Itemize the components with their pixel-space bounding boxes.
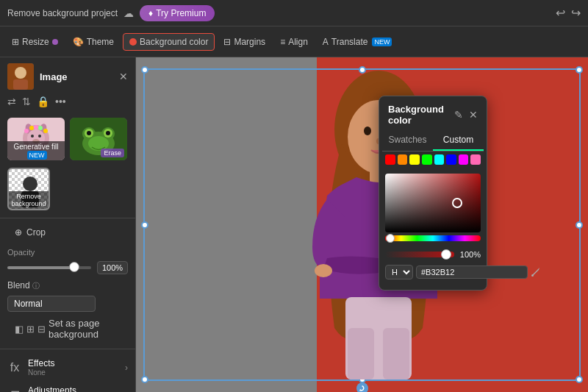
premium-icon: ♦ (148, 8, 153, 18)
swatch-cyan[interactable] (434, 154, 445, 165)
theme-label: Theme (87, 37, 114, 47)
crop-button[interactable]: ⊕ Crop (6, 223, 129, 242)
hue-slider[interactable] (385, 235, 481, 241)
svg-rect-42 (383, 328, 409, 379)
effects-sub: None (28, 368, 54, 377)
handle-left-middle[interactable] (141, 221, 148, 229)
popup-close-button[interactable]: ✕ (469, 109, 478, 121)
opacity-section-label: Opacity (0, 243, 135, 258)
bg-icon-2: ⊞ (26, 324, 35, 335)
adjustments-icon: ⊡ (7, 388, 22, 392)
opacity-value[interactable]: 100% (97, 261, 128, 274)
blend-select-container: Normal Multiply Screen Overlay (0, 294, 135, 313)
handle-bottom-left[interactable] (141, 376, 148, 383)
tab-custom[interactable]: Custom (433, 130, 484, 151)
align-label: Align (288, 37, 308, 47)
adjustments-item[interactable]: ⊡ Adjustments None › (0, 381, 135, 392)
thumbnail-generative-fill[interactable]: Generative fill NEW (7, 118, 65, 160)
opacity-slider-thumb[interactable] (69, 262, 79, 272)
try-premium-label: Try Premium (156, 8, 206, 18)
try-premium-button[interactable]: ♦ Try Premium (140, 5, 215, 21)
panel-header: Image ✕ (0, 57, 135, 96)
swatch-magenta[interactable] (459, 154, 469, 165)
set-bg-label[interactable]: Set as page background (49, 318, 121, 340)
translate-label: Translate (331, 37, 368, 47)
rotate-handle[interactable] (356, 382, 368, 392)
color-gradient-picker[interactable] (385, 174, 481, 232)
toolbar-translate[interactable]: A Translate NEW (317, 34, 398, 50)
swatch-green[interactable] (422, 154, 432, 165)
effects-item[interactable]: fx Effects None › (0, 354, 135, 381)
more-icon[interactable]: ••• (55, 96, 66, 107)
svg-point-11 (24, 129, 29, 133)
top-bar-left: Remove background project ☁ ♦ Try Premiu… (7, 5, 215, 21)
rotate-icon (359, 385, 366, 392)
svg-point-9 (38, 135, 41, 138)
swatch-yellow[interactable] (409, 154, 420, 165)
lock-icon[interactable]: 🔒 (37, 96, 49, 107)
bg-icon-1: ◧ (15, 324, 24, 335)
bg-color-label: Background color (140, 37, 208, 47)
svg-point-34 (364, 126, 371, 135)
svg-point-1 (15, 67, 26, 79)
toolbar-align[interactable]: ≡ Align (274, 34, 314, 50)
swatch-blue[interactable] (446, 154, 456, 165)
opacity-row: 100% (0, 258, 135, 277)
handle-right-middle[interactable] (576, 221, 583, 229)
swatch-pink[interactable] (470, 154, 481, 165)
handle-top-right[interactable] (576, 66, 583, 74)
remove-bg-label: Remove background (9, 191, 49, 209)
panel-title: Image (40, 71, 68, 82)
flip-v-icon[interactable]: ⇅ (22, 96, 31, 107)
margins-label: Margins (234, 37, 265, 47)
svg-point-29 (23, 177, 37, 191)
toolbar-margins[interactable]: ⊟ Margins (218, 34, 271, 50)
thumbnail-remove-bg[interactable]: Remove background (7, 168, 50, 210)
popup-opacity-slider[interactable] (385, 252, 454, 257)
thumbnail-frog[interactable]: Erase (70, 118, 127, 160)
toolbar-resize[interactable]: ⊞ Resize (6, 34, 64, 50)
svg-rect-2 (13, 79, 28, 90)
flip-h-icon[interactable]: ⇄ (7, 96, 16, 107)
redo-button[interactable]: ↪ (571, 6, 581, 20)
svg-point-22 (87, 131, 91, 135)
handle-top-left[interactable] (141, 66, 148, 74)
popup-edit-icon[interactable]: ✎ (454, 109, 463, 121)
top-bar: Remove background project ☁ ♦ Try Premiu… (0, 0, 588, 26)
hue-thumb[interactable] (386, 234, 395, 243)
divider-1 (0, 218, 135, 218)
opacity-slider[interactable] (7, 266, 91, 269)
panel-close-button[interactable]: ✕ (119, 71, 128, 82)
handle-bottom-right[interactable] (576, 376, 583, 383)
popup-opacity-thumb[interactable] (441, 249, 451, 260)
blend-select[interactable]: Normal Multiply Screen Overlay (7, 296, 96, 312)
effects-chevron: › (125, 363, 128, 373)
canvas-background (136, 57, 588, 392)
hex-input[interactable] (416, 266, 528, 279)
thumb1-new-badge: NEW (27, 151, 47, 160)
resize-icon: ⊞ (12, 37, 19, 47)
swatch-red[interactable] (385, 154, 395, 165)
blend-info-icon: ⓘ (32, 282, 40, 290)
swatch-orange[interactable] (398, 154, 408, 165)
hex-select[interactable]: Hex RGB HSL (385, 265, 413, 279)
hex-row: Hex RGB HSL (379, 262, 487, 282)
undo-button[interactable]: ↩ (556, 6, 565, 20)
tab-swatches[interactable]: Swatches (382, 130, 433, 151)
svg-point-38 (315, 264, 332, 277)
adjustments-text: Adjustments None (28, 385, 76, 392)
cloud-icon: ☁ (123, 7, 134, 19)
popup-opacity-row: 100% (379, 247, 487, 262)
gradient-thumb[interactable] (452, 198, 462, 208)
panel-icons-row: ⇄ ⇅ 🔒 ••• (0, 96, 135, 113)
eyedropper-button[interactable] (531, 266, 541, 279)
toolbar-bg-color[interactable]: Background color (123, 33, 215, 51)
blend-select-wrapper: Normal Multiply Screen Overlay (7, 296, 128, 312)
svg-point-15 (43, 129, 48, 133)
svg-point-8 (31, 135, 34, 138)
svg-point-43 (531, 274, 534, 277)
toolbar-theme[interactable]: 🎨 Theme (67, 34, 120, 50)
crop-icon: ⊕ (15, 227, 22, 238)
avatar-image (7, 63, 34, 90)
canvas-selection-box (143, 68, 581, 381)
